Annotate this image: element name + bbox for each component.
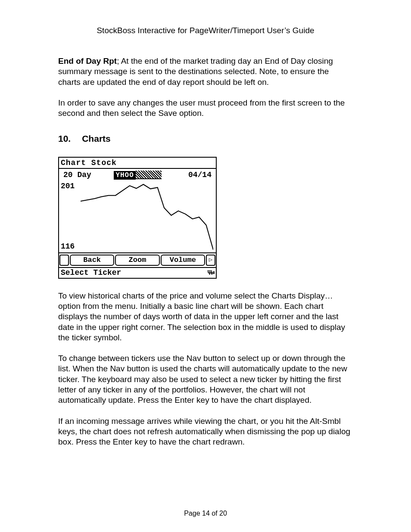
page-header: StockBoss Interactive for PageWriter/Tim… xyxy=(58,26,353,35)
nav-right-button[interactable]: ▷ xyxy=(206,255,215,266)
ticker-input[interactable]: YHOO xyxy=(114,171,165,179)
paragraph-charts-intro: To view historical charts of the price a… xyxy=(58,291,353,343)
paragraph-refresh-note: If an incoming message arrives while vie… xyxy=(58,416,353,448)
paragraph-save-note: In order to save any changes the user mu… xyxy=(58,98,353,119)
section-heading-charts: 10.Charts xyxy=(58,134,353,144)
ticker-value: YHOO xyxy=(114,171,135,180)
paragraph-ticker-nav: To change between tickers use the Nav bu… xyxy=(58,353,353,406)
paragraph-end-of-day: End of Day Rpt; At the end of the market… xyxy=(58,56,353,87)
section-title: Charts xyxy=(82,134,111,143)
volume-button[interactable]: Volume xyxy=(161,255,205,266)
section-number: 10. xyxy=(58,134,71,144)
device-screenshot: Chart Stock 20 Day YHOO 04/14 201 116 Ba… xyxy=(58,157,217,279)
page-footer: Page 14 of 20 xyxy=(0,510,411,517)
chart-area: 20 Day YHOO 04/14 201 116 xyxy=(58,168,217,252)
status-text: Select Ticker xyxy=(61,268,121,277)
device-titlebar: Chart Stock xyxy=(58,157,217,168)
device-statusbar: Select Ticker Ψ⇄ xyxy=(58,267,217,279)
ticker-cursor xyxy=(136,171,162,179)
y-axis-max: 201 xyxy=(61,182,75,190)
signal-icon: Ψ⇄ xyxy=(208,268,214,277)
days-label: 20 Day xyxy=(63,171,91,179)
zoom-button[interactable]: Zoom xyxy=(115,255,159,266)
device-button-row: Back Zoom Volume ▷ xyxy=(58,252,217,267)
y-axis-min: 116 xyxy=(61,242,75,251)
nav-left-button[interactable] xyxy=(59,255,69,266)
eod-label: End of Day Rpt xyxy=(58,56,117,65)
price-line-chart xyxy=(81,184,213,250)
back-button[interactable]: Back xyxy=(70,255,114,266)
chart-date: 04/14 xyxy=(188,171,212,179)
